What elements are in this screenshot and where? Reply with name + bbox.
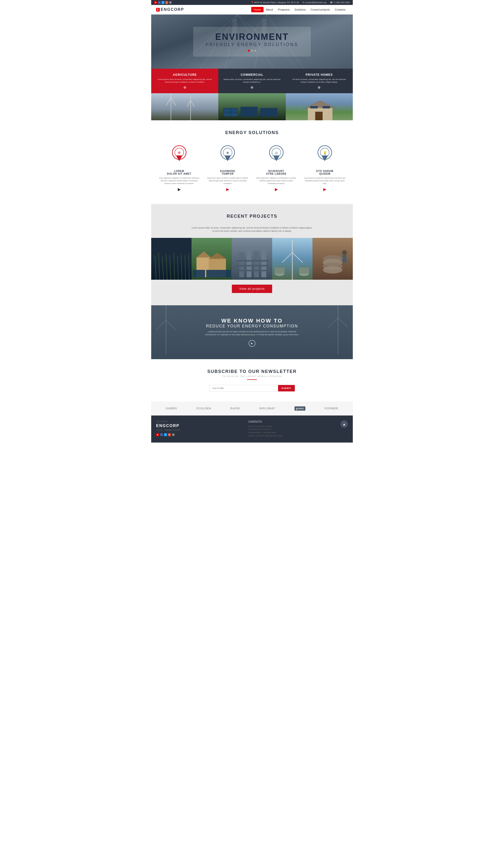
map-pin-dark-4: 💡 <box>316 145 333 165</box>
energy-item-4: 💡 ETO HARUMQUIDEM Accusmas et auttends d… <box>302 143 348 194</box>
energy-item-text-1: Duis dignissim dapibus vel bibendum plac… <box>158 177 200 185</box>
svg-marker-37 <box>176 155 182 161</box>
cta-play-button[interactable]: ▶ <box>249 340 255 347</box>
energy-icon-container-2: ❀ <box>207 145 249 165</box>
nav-contacts[interactable]: Contacts <box>332 7 348 12</box>
svg-rect-33 <box>310 106 318 109</box>
top-bar: ▶ f t g ◉ 📍 9870 St Vincent Place, Glasg… <box>151 0 353 5</box>
project-image-5[interactable] <box>312 238 353 280</box>
energy-item-title-3: NCIDIDUNTUTRE LABORE <box>256 170 297 175</box>
svg-rect-75 <box>261 249 266 277</box>
projects-strip <box>151 238 353 280</box>
project-svg-4 <box>272 238 312 280</box>
partner-logo-3: RAPID <box>230 407 240 410</box>
scroll-to-top-button[interactable]: ▲ <box>340 420 348 428</box>
facebook-icon[interactable]: f <box>158 1 161 4</box>
energy-more-link-2[interactable]: ▶ <box>207 187 249 192</box>
service-icon-3[interactable]: ⊕ <box>291 85 348 89</box>
services-grid: AGRICULTURE Lorem ipsum dolor sit amet, … <box>151 69 353 120</box>
footer-center: CONTACTS 9870 ST VINCENT PLACE, GLASGOW,… <box>248 420 340 438</box>
footer-googleplus-icon[interactable]: g <box>168 433 171 436</box>
footer-email: E-MAIL: CONTACT@ENRGLINK.ORG <box>248 435 340 438</box>
nav-home[interactable]: Home <box>251 7 263 12</box>
footer-telephone: TELEPHONE: +1 800 603 6035 <box>248 431 340 435</box>
email-text: ✉ contact@demsink.org <box>303 1 326 4</box>
project-image-2[interactable] <box>192 238 232 280</box>
partners-section: GABRO ZCOLDEN RAPID DIPLOMAT green FOOWE… <box>151 401 353 415</box>
energy-item-title-4: ETO HARUMQUIDEM <box>304 170 346 175</box>
project-image-3[interactable] <box>232 238 272 280</box>
svg-rect-52 <box>151 238 192 258</box>
hero-dot-3[interactable] <box>254 50 256 52</box>
twitter-icon[interactable]: t <box>162 1 165 4</box>
partner-logo-5: green <box>295 406 305 411</box>
svg-point-93 <box>323 266 342 274</box>
energy-more-link-1[interactable]: ▶ <box>158 187 200 192</box>
footer-youtube-icon[interactable]: ▶ <box>156 433 159 436</box>
nav-current-projects[interactable]: Current projects <box>308 7 332 12</box>
newsletter-section: SUBSCRIBE TO OUR NEWSLETTER TO RECEIVE T… <box>151 359 353 401</box>
cta-text: LOREM IPSUM DOLOR SIT AME CONSECTETUR AD… <box>203 330 301 336</box>
service-card-top-3: PRIVATE HOMES Ed dolor sit amet, consect… <box>286 69 353 93</box>
svg-text:❀: ❀ <box>226 151 229 155</box>
service-text-2: Massa dolor sit amet, consectetur adipis… <box>223 78 281 83</box>
svg-rect-23 <box>224 109 230 112</box>
footer-contacts-title: CONTACTS <box>248 420 340 423</box>
projects-description: Lorem ipsum dolor sit amet, consectetur … <box>191 226 313 233</box>
svg-rect-27 <box>240 107 258 117</box>
recent-projects-section: RECENT PROJECTS Lorem ipsum dolor sit am… <box>151 204 353 305</box>
svg-rect-10 <box>234 19 236 20</box>
nav-about[interactable]: About <box>264 7 276 12</box>
googleplus-icon[interactable]: g <box>165 1 168 4</box>
footer-privacy[interactable]: © 2015 PRIVACY POLICY <box>156 429 248 431</box>
newsletter-title: SUBSCRIBE TO OUR NEWSLETTER <box>156 369 348 374</box>
hero-dot-1[interactable] <box>248 50 250 52</box>
service-icon-2[interactable]: ⊕ <box>223 85 281 89</box>
newsletter-email-input[interactable] <box>209 385 278 392</box>
logo[interactable]: E ENGCORP <box>156 8 184 12</box>
svg-rect-70 <box>219 270 231 277</box>
svg-text:◎: ◎ <box>275 151 278 155</box>
energy-more-link-3[interactable]: ▶ <box>256 187 297 192</box>
project-image-1[interactable] <box>151 238 192 280</box>
nav-solutions[interactable]: Solutions <box>292 7 308 12</box>
service-img-3 <box>286 93 353 120</box>
footer-rss-icon[interactable]: ◉ <box>172 433 175 436</box>
email-icon: ✉ <box>303 1 305 4</box>
social-icons: ▶ f t g ◉ <box>154 1 172 4</box>
svg-rect-25 <box>224 113 230 116</box>
footer-privacy-link[interactable]: PRIVACY POLICY <box>165 429 181 431</box>
view-all-projects-button[interactable]: View all projects <box>232 285 272 293</box>
rss-icon[interactable]: ◉ <box>169 1 172 4</box>
svg-rect-77 <box>237 265 269 266</box>
energy-section-title: ENERGY SOLUTIONS <box>156 130 348 135</box>
energy-more-link-4[interactable]: ▶ <box>304 187 346 192</box>
footer-copyright-label: COPYRIGHT <box>156 420 248 423</box>
footer-brand: ENGCORP <box>156 424 248 428</box>
svg-rect-11 <box>263 19 266 20</box>
hero-dot-2[interactable] <box>251 50 253 52</box>
svg-rect-32 <box>315 112 323 120</box>
youtube-icon[interactable]: ▶ <box>154 1 157 4</box>
footer-facebook-icon[interactable]: f <box>160 433 163 436</box>
footer-twitter-icon[interactable]: t <box>164 433 167 436</box>
footer-right: ▲ <box>340 420 348 428</box>
newsletter-submit-button[interactable]: SUBMIT <box>278 385 295 392</box>
nav-programs[interactable]: Programs <box>275 7 292 12</box>
address-text: 📍 9870 St Vincent Place, Glasgow, DC 45 … <box>251 1 299 4</box>
energy-item-text-4: Accusmas et auttends dignissimos Ausmas … <box>304 177 346 185</box>
project-svg-1 <box>151 238 192 280</box>
energy-item-3: ◎ NCIDIDUNTUTRE LABORE Edle dignissim da… <box>253 143 299 194</box>
project-image-4[interactable] <box>272 238 312 280</box>
service-icon-1[interactable]: ⊕ <box>156 85 213 89</box>
svg-marker-45 <box>273 155 280 161</box>
service-card-top-2: COMMERCIAL Massa dolor sit amet, consect… <box>218 69 285 93</box>
service-img-2 <box>218 93 285 120</box>
energy-item-text-2: Egrorsem dolor sit amet Landitis labore … <box>207 177 249 185</box>
footer-left: COPYRIGHT ENGCORP © 2015 PRIVACY POLICY … <box>156 420 248 436</box>
footer-address-2: GLASGOW, DC 45 FR 45 <box>248 428 340 431</box>
energy-item-title-2: EIUSMODETEMPOR <box>207 170 249 175</box>
energy-item-title-1: LOREMDOLOR SIT AMET <box>158 170 200 175</box>
cta-title: WE KNOW HOW TO <box>156 318 348 324</box>
projects-header: RECENT PROJECTS Lorem ipsum dolor sit am… <box>151 214 353 238</box>
